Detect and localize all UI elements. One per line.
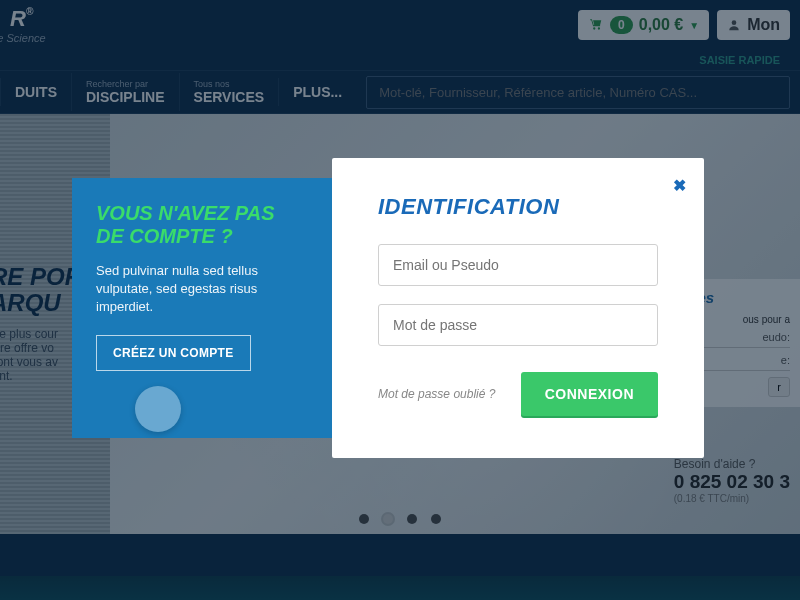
login-button[interactable]: CONNEXION	[521, 372, 658, 416]
password-field[interactable]	[378, 304, 658, 346]
no-account-panel: VOUS N'AVEZ PASDE COMPTE ? Sed pulvinar …	[72, 178, 332, 438]
create-account-button[interactable]: CRÉEZ UN COMPTE	[96, 335, 251, 371]
login-modal-footer: Mot de passe oublié ? CONNEXION	[378, 372, 658, 416]
email-field[interactable]	[378, 244, 658, 286]
forgot-password-link[interactable]: Mot de passe oublié ?	[378, 387, 495, 401]
no-account-title-2: DE COMPTE ?	[96, 225, 233, 247]
login-modal-title: IDENTIFICATION	[378, 194, 658, 220]
decorative-bubble	[135, 386, 181, 432]
no-account-desc: Sed pulvinar nulla sed tellus vulputate,…	[96, 262, 308, 317]
no-account-title-1: VOUS N'AVEZ PAS	[96, 202, 275, 224]
close-icon[interactable]: ✖	[673, 176, 686, 195]
login-modal: ✖ IDENTIFICATION Mot de passe oublié ? C…	[332, 158, 704, 458]
